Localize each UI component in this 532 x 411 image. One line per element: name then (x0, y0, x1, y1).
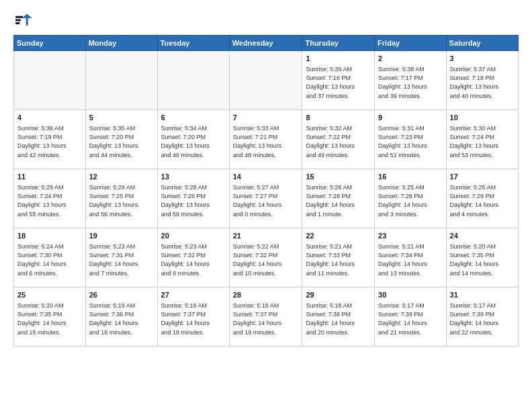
day-info: Sunrise: 5:20 AM Sunset: 7:35 PM Dayligh… (450, 242, 515, 277)
day-number: 25 (17, 290, 82, 300)
day-number: 19 (89, 231, 154, 241)
day-cell: 2Sunrise: 5:38 AM Sunset: 7:17 PM Daylig… (375, 51, 446, 110)
day-info: Sunrise: 5:25 AM Sunset: 7:29 PM Dayligh… (450, 183, 515, 218)
week-row-4: 18Sunrise: 5:24 AM Sunset: 7:30 PM Dayli… (14, 228, 519, 287)
day-info: Sunrise: 5:38 AM Sunset: 7:17 PM Dayligh… (378, 65, 442, 100)
day-cell: 8Sunrise: 5:32 AM Sunset: 7:22 PM Daylig… (302, 110, 375, 169)
day-cell: 17Sunrise: 5:25 AM Sunset: 7:29 PM Dayli… (446, 169, 518, 228)
day-number: 8 (306, 113, 371, 123)
day-info: Sunrise: 5:22 AM Sunset: 7:32 PM Dayligh… (233, 242, 299, 277)
day-cell: 6Sunrise: 5:34 AM Sunset: 7:20 PM Daylig… (157, 110, 229, 169)
day-info: Sunrise: 5:18 AM Sunset: 7:38 PM Dayligh… (306, 302, 371, 336)
calendar-header-row: SundayMondayTuesdayWednesdayThursdayFrid… (14, 36, 519, 51)
week-row-5: 25Sunrise: 5:20 AM Sunset: 7:35 PM Dayli… (14, 287, 519, 347)
day-cell: 26Sunrise: 5:19 AM Sunset: 7:36 PM Dayli… (85, 287, 157, 347)
header (13, 11, 519, 30)
day-cell: 23Sunrise: 5:21 AM Sunset: 7:34 PM Dayli… (375, 228, 446, 287)
day-cell: 10Sunrise: 5:30 AM Sunset: 7:24 PM Dayli… (446, 110, 518, 169)
day-info: Sunrise: 5:19 AM Sunset: 7:37 PM Dayligh… (161, 302, 226, 336)
day-info: Sunrise: 5:23 AM Sunset: 7:32 PM Dayligh… (161, 242, 226, 277)
day-info: Sunrise: 5:21 AM Sunset: 7:34 PM Dayligh… (378, 242, 442, 277)
day-info: Sunrise: 5:17 AM Sunset: 7:39 PM Dayligh… (378, 302, 442, 336)
day-cell: 28Sunrise: 5:18 AM Sunset: 7:37 PM Dayli… (229, 287, 302, 347)
day-cell (14, 51, 86, 110)
col-header-saturday: Saturday (446, 36, 518, 51)
day-info: Sunrise: 5:39 AM Sunset: 7:16 PM Dayligh… (306, 65, 371, 100)
day-number: 6 (161, 113, 226, 123)
day-cell: 27Sunrise: 5:19 AM Sunset: 7:37 PM Dayli… (157, 287, 229, 347)
day-cell: 15Sunrise: 5:26 AM Sunset: 7:28 PM Dayli… (302, 169, 375, 228)
col-header-friday: Friday (375, 36, 446, 51)
day-number: 27 (161, 290, 226, 300)
day-cell: 18Sunrise: 5:24 AM Sunset: 7:30 PM Dayli… (14, 228, 86, 287)
day-number: 14 (233, 172, 299, 182)
day-info: Sunrise: 5:29 AM Sunset: 7:24 PM Dayligh… (17, 183, 82, 218)
svg-rect-4 (15, 22, 19, 24)
day-cell: 24Sunrise: 5:20 AM Sunset: 7:35 PM Dayli… (446, 228, 518, 287)
day-info: Sunrise: 5:28 AM Sunset: 7:26 PM Dayligh… (161, 183, 226, 218)
day-number: 17 (450, 172, 515, 182)
day-number: 12 (89, 172, 154, 182)
col-header-monday: Monday (85, 36, 157, 51)
day-number: 30 (378, 290, 442, 300)
day-cell: 9Sunrise: 5:31 AM Sunset: 7:23 PM Daylig… (375, 110, 446, 169)
day-info: Sunrise: 5:20 AM Sunset: 7:35 PM Dayligh… (17, 302, 82, 336)
day-number: 9 (378, 113, 442, 123)
day-cell: 5Sunrise: 5:35 AM Sunset: 7:20 PM Daylig… (85, 110, 157, 169)
day-number: 10 (450, 113, 515, 123)
day-info: Sunrise: 5:35 AM Sunset: 7:20 PM Dayligh… (89, 124, 154, 159)
day-cell (157, 51, 229, 110)
day-cell: 31Sunrise: 5:17 AM Sunset: 7:39 PM Dayli… (446, 287, 518, 347)
day-info: Sunrise: 5:34 AM Sunset: 7:20 PM Dayligh… (161, 124, 226, 159)
day-cell (229, 51, 302, 110)
day-cell: 11Sunrise: 5:29 AM Sunset: 7:24 PM Dayli… (14, 169, 86, 228)
day-number: 20 (161, 231, 226, 241)
day-number: 13 (161, 172, 226, 182)
day-cell: 20Sunrise: 5:23 AM Sunset: 7:32 PM Dayli… (157, 228, 229, 287)
day-number: 24 (450, 231, 515, 241)
day-number: 5 (89, 113, 154, 123)
day-info: Sunrise: 5:29 AM Sunset: 7:25 PM Dayligh… (89, 183, 154, 218)
day-info: Sunrise: 5:19 AM Sunset: 7:36 PM Dayligh… (89, 302, 154, 336)
col-header-tuesday: Tuesday (157, 36, 229, 51)
day-info: Sunrise: 5:18 AM Sunset: 7:37 PM Dayligh… (233, 302, 299, 336)
logo-icon (13, 11, 32, 30)
day-cell: 25Sunrise: 5:20 AM Sunset: 7:35 PM Dayli… (14, 287, 86, 347)
day-info: Sunrise: 5:36 AM Sunset: 7:19 PM Dayligh… (17, 124, 82, 159)
col-header-thursday: Thursday (302, 36, 375, 51)
day-number: 18 (17, 231, 82, 241)
day-cell: 21Sunrise: 5:22 AM Sunset: 7:32 PM Dayli… (229, 228, 302, 287)
day-cell: 12Sunrise: 5:29 AM Sunset: 7:25 PM Dayli… (85, 169, 157, 228)
day-number: 26 (89, 290, 154, 300)
day-number: 4 (17, 113, 82, 123)
day-cell: 1Sunrise: 5:39 AM Sunset: 7:16 PM Daylig… (302, 51, 375, 110)
day-info: Sunrise: 5:30 AM Sunset: 7:24 PM Dayligh… (450, 124, 515, 159)
page: SundayMondayTuesdayWednesdayThursdayFrid… (0, 0, 532, 411)
day-number: 1 (306, 54, 371, 64)
day-info: Sunrise: 5:37 AM Sunset: 7:18 PM Dayligh… (450, 65, 515, 100)
day-cell: 19Sunrise: 5:23 AM Sunset: 7:31 PM Dayli… (85, 228, 157, 287)
day-cell (85, 51, 157, 110)
day-cell: 30Sunrise: 5:17 AM Sunset: 7:39 PM Dayli… (375, 287, 446, 347)
day-number: 21 (233, 231, 299, 241)
day-number: 28 (233, 290, 299, 300)
day-cell: 29Sunrise: 5:18 AM Sunset: 7:38 PM Dayli… (302, 287, 375, 347)
day-cell: 16Sunrise: 5:25 AM Sunset: 7:28 PM Dayli… (375, 169, 446, 228)
week-row-2: 4Sunrise: 5:36 AM Sunset: 7:19 PM Daylig… (14, 110, 519, 169)
day-number: 23 (378, 231, 442, 241)
col-header-sunday: Sunday (14, 36, 86, 51)
day-info: Sunrise: 5:25 AM Sunset: 7:28 PM Dayligh… (378, 183, 442, 218)
day-number: 7 (233, 113, 299, 123)
week-row-3: 11Sunrise: 5:29 AM Sunset: 7:24 PM Dayli… (14, 169, 519, 228)
day-number: 11 (17, 172, 82, 182)
day-cell: 4Sunrise: 5:36 AM Sunset: 7:19 PM Daylig… (14, 110, 86, 169)
day-number: 16 (378, 172, 442, 182)
col-header-wednesday: Wednesday (229, 36, 302, 51)
day-info: Sunrise: 5:23 AM Sunset: 7:31 PM Dayligh… (89, 242, 154, 277)
day-info: Sunrise: 5:17 AM Sunset: 7:39 PM Dayligh… (450, 302, 515, 336)
day-cell: 13Sunrise: 5:28 AM Sunset: 7:26 PM Dayli… (157, 169, 229, 228)
svg-marker-1 (21, 14, 32, 26)
svg-rect-3 (15, 19, 21, 21)
week-row-1: 1Sunrise: 5:39 AM Sunset: 7:16 PM Daylig… (14, 51, 519, 110)
day-cell: 7Sunrise: 5:33 AM Sunset: 7:21 PM Daylig… (229, 110, 302, 169)
